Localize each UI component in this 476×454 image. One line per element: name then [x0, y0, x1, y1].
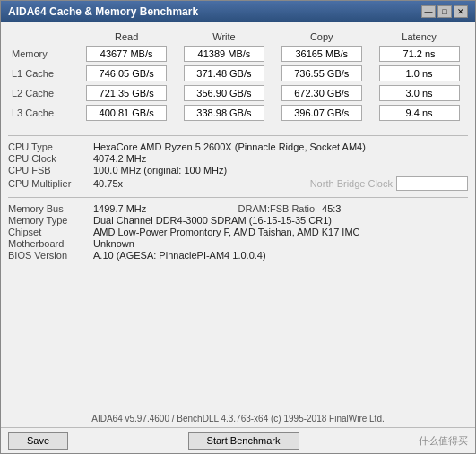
nb-clock-box	[396, 176, 468, 191]
cpu-clock-value: 4074.2 MHz	[93, 153, 468, 164]
col-header-latency: Latency	[370, 30, 468, 44]
memory-bus-value: 1499.7 MHz	[93, 203, 238, 214]
footer-note: AIDA64 v5.97.4600 / BenchDLL 4.3.763-x64…	[1, 414, 475, 424]
cpu-multiplier-label: CPU Multiplier	[8, 178, 93, 189]
memory-type-label: Memory Type	[8, 215, 93, 226]
watermark-text: 什么值得买	[419, 434, 468, 448]
cpu-fsb-row: CPU FSB 100.0 MHz (original: 100 MHz)	[8, 165, 468, 176]
bench-write-1: 371.48 GB/s	[176, 64, 273, 83]
cpu-multiplier-left: CPU Multiplier 40.75x	[8, 178, 238, 189]
bench-read-1: 746.05 GB/s	[78, 64, 176, 83]
memory-type-value: Dual Channel DDR4-3000 SDRAM (16-15-15-3…	[93, 215, 468, 226]
cpu-multiplier-value: 40.75x	[93, 178, 238, 189]
memory-bus-row: Memory Bus 1499.7 MHz DRAM:FSB Ratio 45:…	[8, 203, 468, 214]
bench-write-0: 41389 MB/s	[176, 44, 273, 64]
dram-ratio-right: DRAM:FSB Ratio 45:3	[238, 203, 469, 214]
bench-label-2: L2 Cache	[8, 83, 78, 103]
nb-clock-label: North Bridge Clock	[310, 178, 393, 189]
benchmark-table: Read Write Copy Latency Memory 43677 MB/…	[8, 30, 468, 123]
close-button[interactable]: ✕	[454, 5, 468, 18]
maximize-button[interactable]: □	[437, 5, 452, 18]
chipset-row: Chipset AMD Low-Power Promontory F, AMD …	[8, 227, 468, 237]
bench-row: Memory 43677 MB/s 41389 MB/s 36165 MB/s …	[8, 44, 468, 64]
bios-label: BIOS Version	[8, 250, 93, 261]
bench-row: L1 Cache 746.05 GB/s 371.48 GB/s 736.55 …	[8, 64, 468, 83]
chipset-label: Chipset	[8, 227, 93, 237]
motherboard-value: Unknown	[93, 238, 468, 249]
bench-write-2: 356.90 GB/s	[176, 83, 273, 103]
bench-latency-0: 71.2 ns	[370, 44, 468, 64]
cpu-fsb-value: 100.0 MHz (original: 100 MHz)	[93, 165, 468, 176]
bench-row: L3 Cache 400.81 GB/s 338.98 GB/s 396.07 …	[8, 103, 468, 123]
bench-latency-3: 9.4 ns	[370, 103, 468, 123]
cpu-type-row: CPU Type HexaCore AMD Ryzen 5 2600X (Pin…	[8, 141, 468, 152]
start-benchmark-button[interactable]: Start Benchmark	[188, 432, 299, 450]
chipset-value: AMD Low-Power Promontory F, AMD Taishan,…	[93, 227, 468, 237]
col-header-label	[8, 30, 78, 44]
title-bar: AIDA64 Cache & Memory Benchmark — □ ✕	[1, 1, 475, 22]
cpu-type-value: HexaCore AMD Ryzen 5 2600X (Pinnacle Rid…	[93, 141, 468, 152]
cpu-type-label: CPU Type	[8, 141, 93, 152]
memory-bus-label: Memory Bus	[8, 203, 93, 214]
bench-copy-0: 36165 MB/s	[273, 44, 370, 64]
motherboard-row: Motherboard Unknown	[8, 238, 468, 249]
bench-copy-3: 396.07 GB/s	[273, 103, 370, 123]
cpu-clock-label: CPU Clock	[8, 153, 93, 164]
bottom-bar: Save Start Benchmark 什么值得买	[1, 427, 475, 453]
bios-row: BIOS Version A.10 (AGESA: PinnaclePI-AM4…	[8, 250, 468, 261]
memory-info-section: Memory Bus 1499.7 MHz DRAM:FSB Ratio 45:…	[8, 203, 468, 261]
minimize-button[interactable]: —	[421, 5, 436, 18]
bench-write-3: 338.98 GB/s	[176, 103, 273, 123]
divider-1	[8, 135, 468, 136]
bench-copy-2: 672.30 GB/s	[273, 83, 370, 103]
dram-ratio-label: DRAM:FSB Ratio	[238, 203, 316, 214]
memory-bus-left: Memory Bus 1499.7 MHz	[8, 203, 238, 214]
memory-type-row: Memory Type Dual Channel DDR4-3000 SDRAM…	[8, 215, 468, 226]
main-window: AIDA64 Cache & Memory Benchmark — □ ✕ Re…	[0, 0, 476, 454]
col-header-write: Write	[176, 30, 273, 44]
bench-copy-1: 736.55 GB/s	[273, 64, 370, 83]
bench-read-2: 721.35 GB/s	[78, 83, 176, 103]
bios-value: A.10 (AGESA: PinnaclePI-AM4 1.0.0.4)	[93, 250, 468, 261]
divider-2	[8, 197, 468, 198]
motherboard-label: Motherboard	[8, 238, 93, 249]
bench-read-3: 400.81 GB/s	[78, 103, 176, 123]
nb-clock-right: North Bridge Clock	[238, 176, 469, 191]
cpu-clock-row: CPU Clock 4074.2 MHz	[8, 153, 468, 164]
window-title: AIDA64 Cache & Memory Benchmark	[8, 5, 198, 18]
bench-label-1: L1 Cache	[8, 64, 78, 83]
dram-ratio-value: 45:3	[322, 203, 468, 214]
cpu-info-section: CPU Type HexaCore AMD Ryzen 5 2600X (Pin…	[8, 141, 468, 192]
content-area: Read Write Copy Latency Memory 43677 MB/…	[1, 22, 475, 410]
bench-row: L2 Cache 721.35 GB/s 356.90 GB/s 672.30 …	[8, 83, 468, 103]
col-header-read: Read	[78, 30, 176, 44]
bench-read-0: 43677 MB/s	[78, 44, 176, 64]
bench-label-0: Memory	[8, 44, 78, 64]
window-controls: — □ ✕	[421, 5, 468, 18]
cpu-fsb-label: CPU FSB	[8, 165, 93, 176]
col-header-copy: Copy	[273, 30, 370, 44]
bench-latency-1: 1.0 ns	[370, 64, 468, 83]
bench-label-3: L3 Cache	[8, 103, 78, 123]
bench-latency-2: 3.0 ns	[370, 83, 468, 103]
cpu-multiplier-row: CPU Multiplier 40.75x North Bridge Clock	[8, 176, 468, 191]
save-button[interactable]: Save	[8, 432, 68, 450]
